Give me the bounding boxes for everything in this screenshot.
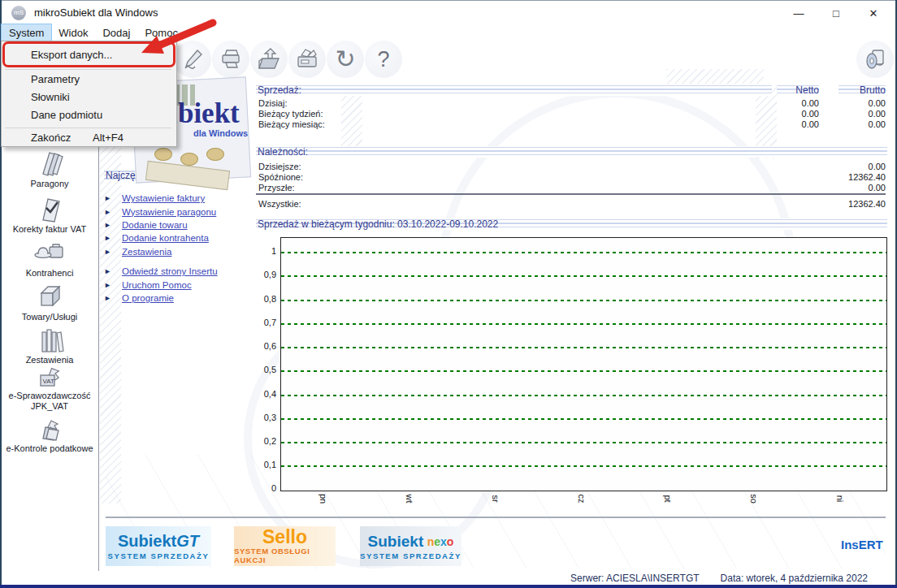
menu-widok[interactable]: Widok (51, 24, 95, 41)
chart-title: Sprzedaż w bieżącym tygodniu: 03.10.2022… (256, 218, 887, 230)
y-tick: 0,5 (254, 365, 276, 374)
arrow-bullet-icon: ► (104, 234, 122, 242)
receivables-value: 0.00 (821, 162, 886, 171)
subiekt-gt-name: Subiekt (118, 532, 176, 550)
weekly-sales-chart (280, 237, 887, 491)
link-dodanie-towaru[interactable]: Dodanie towaru (122, 220, 188, 230)
arrow-bullet-icon: ► (104, 281, 122, 289)
x-tick: ni (835, 493, 845, 504)
link-odwiedz-strony-insertu[interactable]: Odwiedź strony Insertu (122, 266, 218, 276)
link-zestawienia[interactable]: Zestawienia (122, 247, 171, 257)
gridline (281, 252, 886, 253)
arrow-bullet-icon: ► (104, 221, 122, 229)
status-bar: Serwer: ACIESLA\INSERTGT Data: wtorek, 4… (2, 571, 895, 585)
sello-banner[interactable]: Sello SYSTEM OBSŁUGI AUKCJI (234, 526, 336, 566)
link-uruchom-pomoc[interactable]: Uruchom Pomoc (122, 280, 192, 290)
subiekt-nexo-tagline: SYSTEM SPRZEDAŻY (360, 551, 462, 560)
window-controls: — □ ✕ (780, 2, 892, 25)
window-title: mikroSubiekt dla Windows (34, 6, 158, 19)
invoice-check-icon (32, 195, 67, 223)
subiekt-nexo-banner[interactable]: Subiekt nexo SYSTEM SPRZEDAŻY (360, 526, 462, 566)
printer-icon[interactable] (212, 41, 249, 78)
pen-icon (181, 48, 204, 71)
subiekt-gt-tagline: SYSTEM SPRZEDAŻY (108, 551, 210, 560)
sidebar-item-towary-uslugi[interactable]: Towary/Usługi (2, 283, 98, 322)
x-tick: sr (491, 493, 500, 504)
link-row: ►Wystawienie paragonu (104, 205, 216, 218)
sidebar-item-paragony[interactable]: Paragony (2, 149, 98, 189)
sello-name: Sello (262, 528, 307, 547)
receivables-value: 12362.40 (821, 172, 886, 182)
bottom-accent-bar (0, 585, 897, 588)
receivables-row-label: Dzisiejsze: (258, 162, 301, 171)
sidebar-divider (98, 81, 99, 571)
arrow-bullet-icon: ► (104, 208, 122, 216)
maximize-button[interactable]: □ (817, 2, 855, 25)
app-window: mS mikroSubiekt dla Windows — □ ✕ System… (0, 0, 897, 588)
sidebar-item-e-sprawozdawczosc-jpk-vat[interactable]: VAT e-Sprawozdawczość JPK_VAT (2, 366, 98, 412)
y-tick: 0,8 (254, 294, 276, 304)
sidebar-item-e-kontrole-podatkowe[interactable]: e-Kontrole podatkowe (2, 419, 98, 454)
help-links: ►Odwiedź strony Insertu ►Uruchom Pomoc ►… (104, 265, 218, 305)
pen-icon[interactable] (174, 41, 211, 78)
gridline (281, 323, 886, 325)
status-server: Serwer: ACIESLA\INSERTGT (570, 573, 700, 584)
menu-pomoc[interactable]: Pomoc (137, 24, 184, 41)
sales-row-label: Bieżący miesiąc: (258, 119, 325, 129)
gridline (281, 442, 886, 443)
gridline (281, 395, 886, 396)
x-tick: cz (577, 493, 587, 504)
y-tick: 0,1 (254, 460, 276, 469)
subiekt-gt-suffix: GT (176, 532, 199, 550)
sidebar-item-korekty-faktur-vat[interactable]: Korekty faktur VAT (2, 195, 98, 235)
gridline (281, 370, 886, 372)
export-folder-icon (257, 47, 281, 71)
refresh-icon[interactable]: ↻ (327, 41, 364, 78)
receivables-value: 0.00 (821, 183, 886, 192)
print-documents-icon[interactable] (288, 41, 326, 78)
subiekt-gt-banner[interactable]: SubiektGT SYSTEM SPRZEDAŻY (106, 526, 211, 566)
sidebar-item-kontrahenci[interactable]: Kontrahenci (2, 239, 98, 279)
link-o-programie[interactable]: O programie (122, 293, 174, 303)
subiekt-nexo-name: Subiekt (368, 533, 424, 550)
receivables-header: Należności: (256, 146, 887, 158)
close-button[interactable]: ✕ (855, 2, 892, 25)
sidebar-item-label: Paragony (30, 179, 68, 188)
reports-icon (32, 326, 67, 353)
status-date: Data: wtorek, 4 października 2022 (721, 573, 868, 584)
help-icon[interactable]: ? (365, 41, 402, 78)
link-wystawienie-paragonu[interactable]: Wystawienie paragonu (122, 207, 216, 217)
app-icon: mS (11, 6, 26, 20)
menu-item-parametry[interactable]: Parametry (2, 71, 174, 89)
receipt-roll-icon (862, 46, 888, 72)
sidebar-item-zestawienia[interactable]: Zestawienia (2, 326, 98, 365)
tax-control-icon (32, 419, 67, 442)
gridline (281, 300, 886, 301)
printer-icon (219, 48, 242, 71)
link-row: ►Zestawienia (104, 245, 216, 258)
gridline (281, 275, 886, 277)
menu-system[interactable]: System (2, 24, 51, 41)
link-wystawienie-faktury[interactable]: Wystawienie faktury (122, 193, 205, 203)
y-tick: 0,9 (254, 270, 276, 279)
logo-coin (180, 153, 198, 166)
insert-logo: InsERT (841, 538, 883, 551)
y-tick: 0,2 (254, 436, 276, 446)
menu-dodaj[interactable]: Dodaj (95, 24, 137, 41)
y-tick: 0,3 (254, 413, 276, 422)
sidebar-item-label: Zestawienia (26, 355, 74, 365)
nexo-letter-e: e (434, 535, 440, 548)
menu-item-slowniki[interactable]: Słowniki (2, 89, 174, 106)
receipt-roll-icon[interactable] (856, 41, 894, 78)
annotation-highlight (2, 41, 176, 67)
y-tick: 0,6 (254, 341, 276, 351)
print-documents-icon (295, 47, 319, 71)
sales-brutto-value: 0.00 (829, 98, 886, 108)
gridline (281, 465, 886, 467)
menu-item-dane-podmiotu[interactable]: Dane podmiotu (2, 106, 174, 124)
minimize-button[interactable]: — (780, 2, 817, 25)
svg-text:VAT: VAT (43, 378, 54, 385)
link-dodanie-kontrahenta[interactable]: Dodanie kontrahenta (122, 233, 209, 243)
gridline (281, 347, 886, 348)
export-folder-icon[interactable] (250, 41, 288, 78)
